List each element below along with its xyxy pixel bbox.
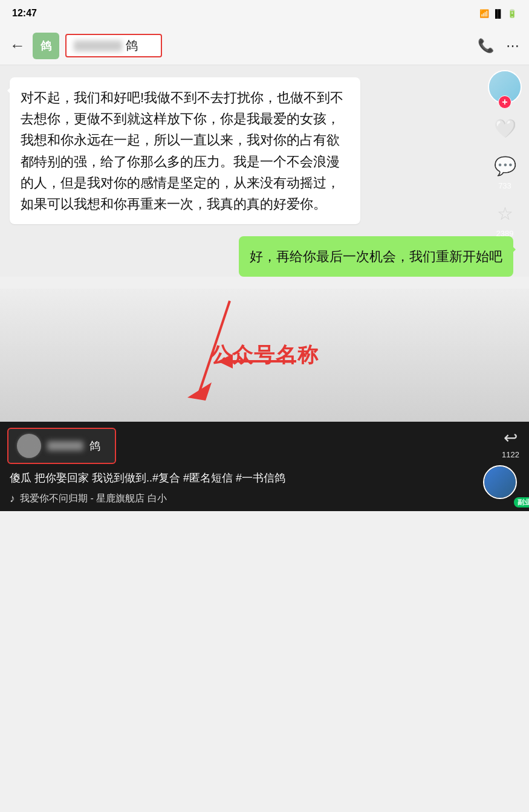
right-message-text: 好，再给你最后一次机会，我们重新开始吧 [250, 249, 502, 264]
left-message-text: 对不起，我们和好吧!我做不到不去打扰你，也做不到不去想你，更做不到就这样放下你，… [21, 90, 343, 211]
video-caption: 傻瓜 把你娶回家 我说到做到..#复合 #匿名短信 #一书信鸽 [0, 464, 529, 490]
tiktok-like-action[interactable]: 🤍 [490, 114, 519, 143]
status-icons: 📶 ▐▌ 🔋 [479, 9, 517, 18]
comment-count: 733 [498, 181, 511, 190]
phone-call-button[interactable]: 📞 [478, 38, 494, 54]
signal-icon: 📶 [479, 9, 489, 18]
bottom-section: 鸽 傻瓜 把你娶回家 我说到做到..#复合 #匿名短信 #一书信鸽 ♪ 我爱你不… [0, 422, 529, 511]
annotation-text: 公众号名称 [210, 341, 319, 369]
tiktok-follow-button[interactable]: + [498, 95, 511, 109]
music-title: 我爱你不问归期 - 星鹿旗舰店 白小 [20, 492, 167, 505]
more-options-button[interactable]: ⋯ [506, 38, 519, 54]
contact-avatar: 鸽 [33, 33, 59, 59]
annotation-area: 公众号名称 [0, 289, 529, 422]
heart-icon: 🤍 [490, 114, 519, 143]
contact-card-avatar [17, 434, 41, 458]
share-count: 1122 [502, 450, 519, 459]
message-right: 好，再给你最后一次机会，我们重新开始吧 [10, 236, 519, 277]
tiktok-user-avatar[interactable]: + [488, 70, 522, 104]
contact-title-box[interactable]: 鸽 [65, 34, 162, 57]
right-bubble: 好，再给你最后一次机会，我们重新开始吧 [239, 236, 513, 277]
contact-name-suffix: 鸽 [126, 37, 138, 54]
status-bar: 12:47 📶 ▐▌ 🔋 [0, 0, 529, 27]
battery-icon: 🔋 [507, 9, 517, 18]
nav-bar: ← 鸽 鸽 📞 ⋯ [0, 27, 529, 65]
contact-card-name-blur [47, 441, 83, 451]
bottom-profile-avatar [483, 465, 517, 499]
tiktok-star-action[interactable]: ☆ 2389 [490, 199, 519, 238]
contact-card-name: 鸽 [89, 439, 100, 453]
star-count: 2389 [496, 229, 514, 238]
back-button[interactable]: ← [10, 36, 25, 55]
bottom-avatar-image [484, 466, 516, 498]
nav-right-actions: 📞 ⋯ [478, 38, 519, 54]
status-time: 12:47 [12, 8, 37, 19]
left-bubble: 对不起，我们和好吧!我做不到不去打扰你，也做不到不去想你，更做不到就这样放下你，… [10, 77, 360, 224]
comment-icon: 💬 [490, 151, 519, 180]
music-note-icon: ♪ [10, 492, 15, 505]
star-icon: ☆ [490, 199, 519, 228]
contact-name-blur [74, 40, 122, 51]
contact-card[interactable]: 鸽 [7, 428, 116, 464]
share-icon: ↩ [504, 428, 518, 448]
avatar-label: 副业 [514, 497, 529, 507]
chat-area: 对不起，我们和好吧!我做不到不去打扰你，也做不到不去想你，更做不到就这样放下你，… [0, 65, 529, 277]
music-row: ♪ 我爱你不问归期 - 星鹿旗舰店 白小 [0, 490, 529, 511]
caption-text: 傻瓜 把你娶回家 我说到做到..#复合 #匿名短信 #一书信鸽 [10, 472, 285, 484]
wifi-icon: ▐▌ [493, 9, 504, 18]
tiktok-comment-action[interactable]: 💬 733 [490, 151, 519, 190]
message-left: 对不起，我们和好吧!我做不到不去打扰你，也做不到不去想你，更做不到就这样放下你，… [10, 77, 519, 224]
svg-marker-1 [187, 382, 212, 401]
tiktok-share-action[interactable]: ↩ 1122 [502, 428, 519, 459]
